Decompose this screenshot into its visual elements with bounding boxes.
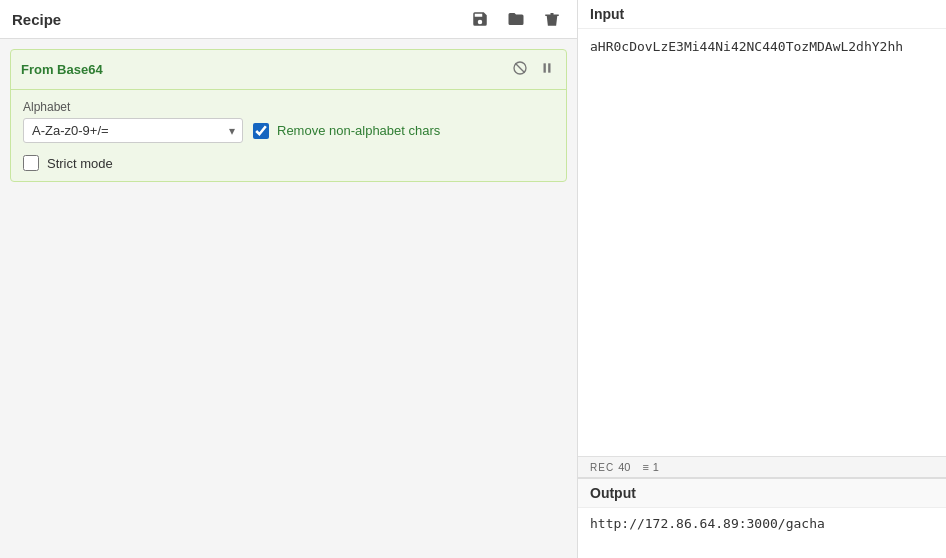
- pause-operation-button[interactable]: [538, 59, 556, 80]
- right-panel: Input REC 40 ≡ 1 Output: [578, 0, 946, 558]
- remove-non-alphabet-label[interactable]: Remove non-alphabet chars: [277, 123, 440, 138]
- lines-icon: ≡: [642, 461, 648, 473]
- svg-line-1: [515, 63, 524, 72]
- operation-actions: [510, 58, 556, 81]
- left-panel: Recipe From Base64: [0, 0, 578, 558]
- rec-label: REC: [590, 462, 614, 473]
- output-section: Output: [578, 478, 946, 558]
- lines-value: 1: [653, 461, 659, 473]
- lines-stat: ≡ 1: [642, 461, 659, 473]
- open-button[interactable]: [503, 8, 529, 30]
- input-header: Input: [578, 0, 946, 29]
- recipe-header: Recipe: [0, 0, 577, 39]
- operation-title: From Base64: [21, 62, 103, 77]
- rec-value: 40: [618, 461, 630, 473]
- input-textarea[interactable]: [578, 29, 946, 456]
- input-section: Input REC 40 ≡ 1: [578, 0, 946, 478]
- header-icons: [467, 8, 565, 30]
- recipe-body: From Base64: [0, 39, 577, 558]
- svg-rect-2: [544, 63, 546, 72]
- strict-mode-label[interactable]: Strict mode: [47, 156, 113, 171]
- pause-icon: [540, 61, 554, 75]
- strict-mode-checkbox[interactable]: [23, 155, 39, 171]
- alphabet-label: Alphabet: [23, 100, 554, 114]
- recipe-title: Recipe: [12, 11, 61, 28]
- alphabet-select-wrapper: A-Za-z0-9+/= A-Za-z0-9-_ Custom ▾: [23, 118, 243, 143]
- remove-non-alphabet-checkbox[interactable]: [253, 123, 269, 139]
- alphabet-field-row: A-Za-z0-9+/= A-Za-z0-9-_ Custom ▾ Remove…: [23, 118, 554, 143]
- strict-mode-row: Strict mode: [23, 155, 554, 171]
- save-button[interactable]: [467, 8, 493, 30]
- rec-stat: REC 40: [590, 461, 630, 473]
- operation-card-header: From Base64: [11, 50, 566, 90]
- operation-card: From Base64: [10, 49, 567, 182]
- operation-card-body: Alphabet A-Za-z0-9+/= A-Za-z0-9-_ Custom…: [11, 90, 566, 181]
- trash-icon: [543, 10, 561, 28]
- output-header: Output: [578, 478, 946, 508]
- delete-button[interactable]: [539, 8, 565, 30]
- output-textarea[interactable]: [578, 508, 946, 558]
- input-stats-bar: REC 40 ≡ 1: [578, 456, 946, 477]
- remove-non-alphabet-row: Remove non-alphabet chars: [253, 123, 440, 139]
- save-icon: [471, 10, 489, 28]
- folder-icon: [507, 10, 525, 28]
- alphabet-field-group: Alphabet A-Za-z0-9+/= A-Za-z0-9-_ Custom…: [23, 100, 554, 143]
- svg-rect-3: [548, 63, 550, 72]
- disable-icon: [512, 60, 528, 76]
- disable-operation-button[interactable]: [510, 58, 530, 81]
- alphabet-select[interactable]: A-Za-z0-9+/= A-Za-z0-9-_ Custom: [23, 118, 243, 143]
